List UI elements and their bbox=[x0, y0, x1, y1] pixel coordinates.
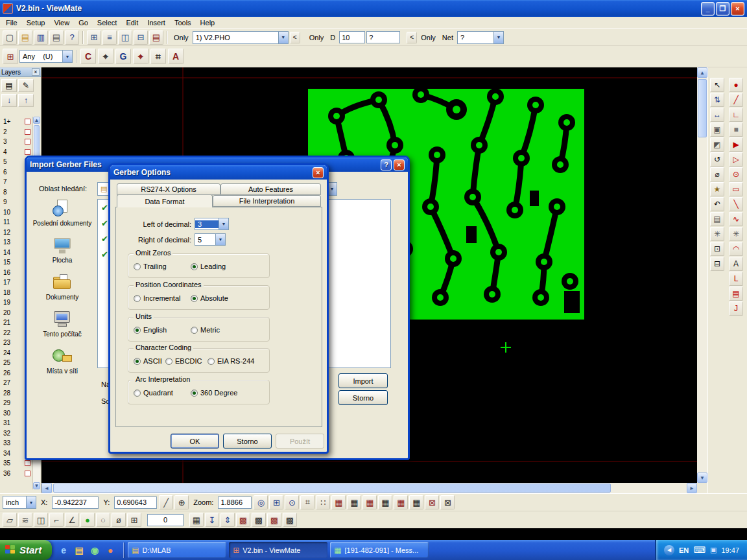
film-pattern-2-icon[interactable]: ▦ bbox=[347, 495, 361, 509]
measure-diagonal-icon[interactable]: ╱ bbox=[159, 495, 173, 509]
radio-incremental[interactable]: Incremental bbox=[134, 294, 180, 302]
tab-rs274x-options[interactable]: RS274-X Options bbox=[117, 183, 220, 195]
fill-icon[interactable]: ▣ bbox=[710, 122, 724, 137]
ie-icon[interactable]: e bbox=[57, 544, 70, 557]
dcode-table-icon[interactable]: ⊞ bbox=[87, 30, 101, 45]
scroll-down-icon[interactable]: ▼ bbox=[697, 472, 707, 483]
dot-pattern-2-icon[interactable]: ▩ bbox=[252, 513, 266, 527]
scroll-right-icon[interactable]: ► bbox=[687, 483, 697, 493]
radio-trailing[interactable]: Trailing bbox=[134, 262, 167, 270]
reorder-icon[interactable]: ⇅ bbox=[710, 93, 724, 107]
arrow-tool-icon[interactable]: ▶ bbox=[729, 137, 743, 152]
keyboard-layout-icon[interactable]: ⌨ bbox=[693, 545, 706, 555]
aperture-grid-icon[interactable]: ⊞ bbox=[3, 49, 18, 64]
aperture-select[interactable]: Any (U) ▼ bbox=[19, 50, 73, 63]
language-indicator[interactable]: EN bbox=[679, 546, 689, 554]
horizontal-scrollbar[interactable]: ◄ ► bbox=[42, 483, 697, 493]
filled-rect-tool-icon[interactable]: ■ bbox=[729, 122, 743, 137]
scroll-up-icon[interactable]: ▲ bbox=[697, 67, 707, 78]
tab-data-format[interactable]: Data Format bbox=[117, 194, 213, 207]
ok-button[interactable]: OK bbox=[171, 434, 219, 449]
report-icon[interactable]: ▤ bbox=[149, 30, 163, 45]
film-box-icon[interactable]: ⊟ bbox=[134, 30, 148, 45]
place-documents[interactable]: Dokumenty bbox=[32, 273, 93, 301]
menu-item[interactable]: Setup bbox=[22, 18, 50, 28]
film-pattern-3-icon[interactable]: ▦ bbox=[362, 495, 377, 509]
select-g-icon[interactable]: G bbox=[115, 49, 131, 64]
start-button[interactable]: Start bbox=[0, 540, 52, 560]
film-pattern-1-icon[interactable]: ▦ bbox=[331, 495, 346, 509]
layer-color-swatch[interactable] bbox=[25, 139, 30, 145]
menu-item[interactable]: Tools bbox=[170, 18, 196, 28]
taskbar-task-viewmate[interactable]: ⊞ V2.bin - ViewMate bbox=[229, 542, 327, 558]
move-up-icon[interactable]: ↑ bbox=[18, 94, 34, 107]
elbow-tool-icon[interactable]: ∟ bbox=[729, 108, 743, 122]
grid-small-icon[interactable]: ⊞ bbox=[127, 513, 141, 527]
select-cursor-icon[interactable]: ↖ bbox=[710, 78, 724, 92]
place-desktop[interactable]: Plocha bbox=[32, 236, 93, 264]
flash-tool-icon[interactable]: ✳ bbox=[710, 227, 724, 241]
minimize-button[interactable]: _ bbox=[701, 2, 715, 16]
text-tool-icon[interactable]: A bbox=[729, 257, 743, 271]
shade-icon[interactable]: ◩ bbox=[710, 137, 724, 152]
radio-ascii[interactable]: ASCII bbox=[134, 357, 162, 365]
taskbar-task-mlab[interactable]: ▤ D:\MLAB bbox=[128, 542, 226, 558]
j-shape-tool-icon[interactable]: J bbox=[729, 301, 743, 316]
close-icon[interactable]: × bbox=[32, 68, 40, 76]
dcode-query-input[interactable] bbox=[366, 31, 400, 43]
show-desktop-icon[interactable]: ◉ bbox=[88, 544, 101, 557]
anchor-down-icon[interactable]: ↧ bbox=[205, 513, 219, 527]
prev-dcode-button[interactable]: < bbox=[407, 32, 417, 43]
tab-auto-features[interactable]: Auto Features bbox=[220, 183, 321, 195]
close-button[interactable]: × bbox=[731, 2, 744, 16]
scroll-left-icon[interactable]: ◄ bbox=[42, 483, 52, 493]
raster-tool-icon[interactable]: ▤ bbox=[729, 286, 743, 301]
radio-eia-rs244[interactable]: EIA RS-244 bbox=[208, 357, 254, 365]
dot-pattern-4-icon[interactable]: ▩ bbox=[283, 513, 297, 527]
vertical-scrollbar[interactable]: ▲ ▼ bbox=[697, 67, 707, 483]
status-green-icon[interactable]: ● bbox=[80, 513, 95, 527]
diagonal-tool-icon[interactable]: ╲ bbox=[729, 197, 743, 211]
y-coordinate-input[interactable] bbox=[114, 496, 157, 509]
radio-ebcdic[interactable]: EBCDIC bbox=[165, 357, 202, 365]
layer-color-swatch[interactable] bbox=[25, 129, 30, 135]
radio-360-degree[interactable]: 360 Degree bbox=[191, 389, 238, 397]
layer-color-swatch[interactable] bbox=[25, 471, 30, 476]
origin-icon[interactable]: ⊕ bbox=[174, 495, 189, 509]
print-icon[interactable]: ▤ bbox=[49, 30, 64, 45]
context-help-icon[interactable]: ? bbox=[65, 30, 79, 45]
place-recent-documents[interactable]: Poslední dokumenty bbox=[32, 199, 93, 227]
crosshair-b-icon[interactable]: ⌖ bbox=[133, 49, 148, 64]
l-shape-tool-icon[interactable]: L bbox=[729, 272, 743, 286]
import-button[interactable]: Import bbox=[338, 373, 388, 388]
chevron-down-icon[interactable]: ▼ bbox=[278, 32, 288, 43]
dcode-input[interactable] bbox=[339, 31, 365, 43]
place-my-computer[interactable]: Tento počítač bbox=[32, 310, 93, 338]
dots-view-icon[interactable]: ∷ bbox=[316, 495, 330, 509]
wave-icon[interactable]: ≋ bbox=[18, 513, 32, 527]
zoom-window-icon[interactable]: ◎ bbox=[254, 495, 268, 509]
prev-layer-button[interactable]: < bbox=[290, 32, 300, 43]
radio-metric[interactable]: Metric bbox=[191, 326, 220, 334]
menu-item[interactable]: Select bbox=[93, 18, 122, 28]
layer-color-swatch[interactable] bbox=[25, 149, 30, 155]
close-icon[interactable]: × bbox=[394, 159, 405, 170]
pan-icon[interactable]: ↔ bbox=[710, 108, 724, 122]
highlight-icon[interactable]: ★ bbox=[710, 182, 724, 196]
layer-color-swatch[interactable] bbox=[25, 460, 30, 466]
radio-english[interactable]: English bbox=[134, 326, 167, 334]
tab-file-interpretation[interactable]: File Interpretation bbox=[213, 195, 321, 207]
horizontal-scroll-thumb[interactable] bbox=[53, 484, 611, 493]
film-pattern-5-icon[interactable]: ▦ bbox=[394, 495, 408, 509]
zoom-input[interactable] bbox=[218, 496, 252, 509]
undo-icon[interactable]: ↶ bbox=[710, 197, 724, 211]
new-file-icon[interactable]: ▢ bbox=[3, 30, 17, 45]
sine-tool-icon[interactable]: ∿ bbox=[729, 212, 743, 226]
aperture-list-icon[interactable]: ≡ bbox=[102, 30, 117, 45]
grid-snap-icon[interactable]: ⌗ bbox=[150, 49, 166, 64]
cancel-button[interactable]: Storno bbox=[223, 434, 272, 449]
film-close-1-icon[interactable]: ⊠ bbox=[425, 495, 439, 509]
angle-icon[interactable]: ∠ bbox=[65, 513, 79, 527]
film-close-2-icon[interactable]: ⊠ bbox=[440, 495, 455, 509]
menu-item[interactable]: View bbox=[49, 18, 74, 28]
